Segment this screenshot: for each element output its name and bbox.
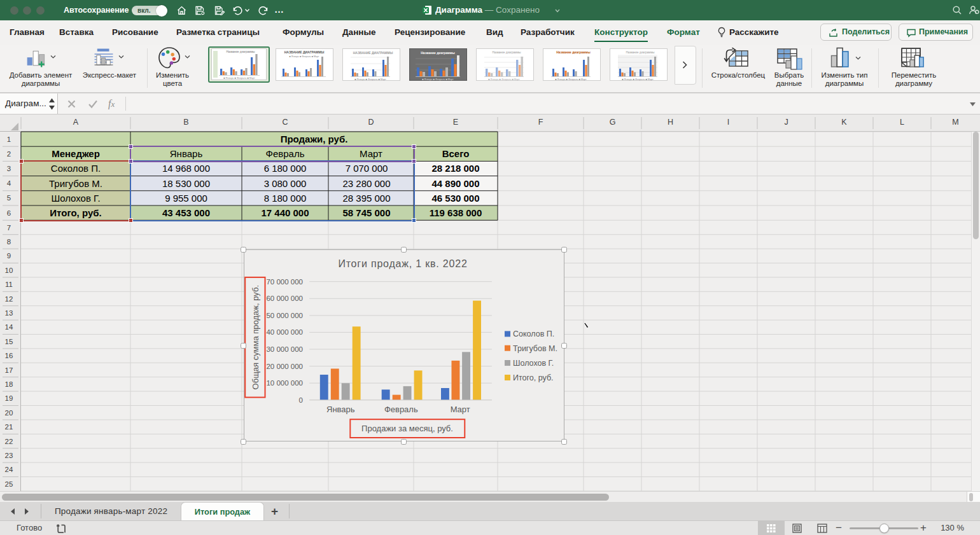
svg-text:Название диаграммы: Название диаграммы — [492, 51, 521, 54]
svg-text:10 000 000: 10 000 000 — [266, 379, 303, 387]
svg-text:■ Январь ■ Февраль ■ Март: ■ Январь ■ Февраль ■ Март — [555, 78, 587, 81]
svg-text:■ Январь ■ Февраль ■ Март: ■ Январь ■ Февраль ■ Март — [354, 78, 386, 81]
svg-text:Тригубов М.: Тригубов М. — [513, 344, 557, 353]
svg-text:■ Январь ■ Февраль ■ Март: ■ Январь ■ Февраль ■ Март — [289, 55, 319, 58]
svg-text:30 000 000: 30 000 000 — [266, 345, 303, 353]
svg-text:Название диаграммы: Название диаграммы — [421, 51, 455, 55]
svg-text:Название диаграммы: Название диаграммы — [226, 50, 255, 53]
svg-text:50 000 000: 50 000 000 — [266, 312, 303, 319]
svg-text:70 000 000: 70 000 000 — [266, 278, 303, 286]
svg-text:Соколов П.: Соколов П. — [513, 330, 554, 338]
svg-text:Январь: Январь — [326, 405, 355, 414]
svg-text:Общая сумма продаж, руб.: Общая сумма продаж, руб. — [250, 285, 260, 389]
svg-text:Название диаграммы: Название диаграммы — [626, 51, 654, 54]
svg-text:НАЗВАНИЕ ДИАГРАММЫ: НАЗВАНИЕ ДИАГРАММЫ — [284, 50, 325, 54]
svg-text:Шолохов Г.: Шолохов Г. — [513, 359, 554, 368]
svg-text:■ Январь ■ Февраль ■ Март: ■ Январь ■ Февраль ■ Март — [422, 78, 454, 81]
svg-text:Продажи за месяц, руб.: Продажи за месяц, руб. — [361, 424, 453, 433]
svg-text:■ Январь ■ Февраль ■ Март: ■ Январь ■ Февраль ■ Март — [488, 78, 520, 81]
svg-text:■ Январь ■ Февраль ■ Март: ■ Январь ■ Февраль ■ Март — [622, 78, 654, 81]
svg-text:0: 0 — [298, 396, 302, 404]
svg-text:■ Январь ■ Февраль ■ Март: ■ Январь ■ Февраль ■ Март — [223, 77, 255, 80]
svg-text:Итого, руб.: Итого, руб. — [513, 373, 554, 382]
svg-text:НАЗВАНИЕ ДИАГРАММЫ: НАЗВАНИЕ ДИАГРАММЫ — [353, 51, 393, 55]
svg-text:Итоги продаж, 1 кв. 2022: Итоги продаж, 1 кв. 2022 — [338, 258, 467, 269]
svg-text:60 000 000: 60 000 000 — [266, 295, 303, 302]
svg-text:Название диаграммы: Название диаграммы — [556, 50, 591, 54]
svg-text:Февраль: Февраль — [384, 405, 417, 414]
svg-text:Март: Март — [450, 405, 470, 414]
svg-text:40 000 000: 40 000 000 — [266, 328, 303, 336]
svg-text:20 000 000: 20 000 000 — [266, 363, 303, 370]
